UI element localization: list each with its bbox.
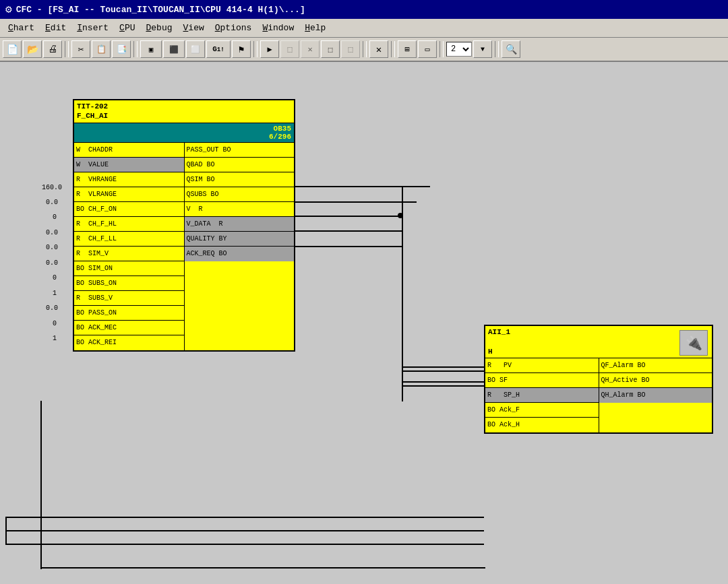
tb-b10[interactable]: ⬚ — [341, 40, 360, 58]
main-input-ack-rei: BO ACK_REI — [74, 335, 184, 350]
wire-label-sim-v: 0.0 — [46, 259, 58, 267]
wire-label-pass-on: 0 — [53, 320, 57, 327]
menu-chart[interactable]: Chart — [3, 21, 40, 35]
wire-label-ch-f-hl: 0.0 — [46, 229, 58, 236]
aii-input-ack-h: BO Ack_H — [485, 418, 599, 432]
aii-input-sp-h: R SP_H — [485, 388, 599, 403]
tb-grid[interactable]: ⊞ — [398, 40, 417, 58]
main-input-ch-f-ll: R CH_F_LL — [74, 232, 184, 247]
main-input-subs-v: R SUBS_V — [74, 291, 184, 306]
toolbar: 📄 📂 🖨 ✂ 📋 📑 ▣ ⬛ ⬜ G1! ⚑ ▶ ⬚ ✕ ⬚ ⬚ ✕ ⊞ ▭ … — [0, 38, 728, 62]
main-input-vlrange: R VLRANGE — [74, 187, 184, 202]
title-bar: ⚙ CFC - [FS_AI -- Toucan_II\TOUCAN_II\CP… — [0, 0, 728, 19]
menu-insert[interactable]: Insert — [71, 21, 114, 35]
tb-new[interactable]: 📄 — [3, 40, 22, 58]
main-input-ack-mec: BO ACK_MEC — [74, 321, 184, 335]
toolbar-sep-1 — [65, 41, 69, 57]
tb-cut[interactable]: ✂ — [71, 40, 90, 58]
toolbar-sep-4 — [363, 41, 367, 57]
menu-window[interactable]: Window — [257, 21, 299, 35]
tb-b6[interactable]: ▶ — [260, 40, 279, 58]
main-fb-body: W CHADDR W VALUE R VHRANGE R VLRANGE BO … — [74, 143, 294, 350]
aii-fb-body: R PV BO SF R SP_H BO Ack_F BO Ack_H — [485, 358, 712, 432]
wire-horiz-to-aii-pv — [402, 370, 485, 372]
zoom-select[interactable]: 1 2 3 4 — [446, 42, 472, 57]
main-input-chaddr: W CHADDR — [74, 143, 184, 158]
menu-edit[interactable]: Edit — [40, 21, 71, 35]
tb-b3[interactable]: ⬜ — [186, 40, 205, 58]
wire-lower-2 — [40, 567, 485, 569]
window-title: CFC - [FS_AI -- Toucan_II\TOUCAN_II\CPU … — [16, 5, 305, 15]
main-output-qbad: QBAD BO — [185, 158, 295, 172]
wire-bottom-3 — [5, 544, 484, 545]
toolbar-sep-6 — [439, 41, 444, 57]
main-input-ch-f-on: BO CH_F_ON — [74, 202, 184, 217]
main-input-subs-on: BO SUBS_ON — [74, 276, 184, 291]
tb-print[interactable]: 🖨 — [43, 40, 62, 58]
aii-input-ack-f: BO Ack_F — [485, 403, 599, 418]
aii-output-qh-alarm: QH_Alarm BO — [599, 388, 712, 403]
main-fb-outputs: PASS_OUT BO QBAD BO QSIM BO QSUBS BO V R… — [185, 143, 295, 350]
menu-view[interactable]: View — [178, 21, 210, 35]
app-icon: ⚙ — [5, 3, 12, 16]
wire-pass-out-h — [295, 186, 430, 187]
tb-b8[interactable]: ✕ — [301, 40, 320, 58]
main-output-v: V R — [185, 202, 295, 217]
wire-horiz-to-aii-sf — [402, 385, 485, 387]
tb-copy[interactable]: 📋 — [92, 40, 111, 58]
aii-fb-outputs: QF_Alarm BO QH_Active BO QH_Alarm BO — [599, 358, 712, 432]
tb-b1[interactable]: ▣ — [140, 40, 162, 58]
wire-qsubs-h — [295, 230, 403, 232]
menu-options[interactable]: Options — [210, 21, 257, 35]
menu-help[interactable]: Help — [299, 21, 331, 35]
tb-split[interactable]: ▭ — [418, 40, 437, 58]
aii-fb-inputs: R PV BO SF R SP_H BO Ack_F BO Ack_H — [485, 358, 599, 432]
tb-zoom-icon[interactable]: 🔍 — [502, 40, 520, 58]
tb-b4[interactable]: G1! — [206, 40, 231, 58]
tb-b5[interactable]: ⚑ — [232, 40, 251, 58]
tb-b7[interactable]: ⬚ — [280, 40, 299, 58]
tb-b11[interactable]: ✕ — [369, 40, 388, 58]
main-input-vhrange: R VHRANGE — [74, 172, 184, 187]
wire-label-ack-mec: 1 — [53, 335, 57, 342]
wire-label-sim-on: 0 — [53, 274, 57, 282]
main-input-sim-v: R SIM_V — [74, 247, 184, 261]
main-fb-inputs: W CHADDR W VALUE R VHRANGE R VLRANGE BO … — [74, 143, 185, 350]
wire-label-vlrange: 0.0 — [46, 199, 58, 206]
wire-label-ch-f-on: 0 — [53, 214, 57, 221]
main-fb-title: TIT-202F_CH_AI — [74, 100, 294, 123]
main-input-ch-f-hl: R CH_F_HL — [74, 217, 184, 232]
main-output-quality: QUALITY BY — [185, 232, 295, 247]
tb-dropdown[interactable]: ▼ — [473, 40, 492, 58]
wire-main-to-aii-h1 — [295, 186, 297, 187]
tb-paste[interactable]: 📑 — [112, 40, 131, 58]
main-output-v-data: V_DATA R — [185, 217, 295, 232]
toolbar-sep-3 — [253, 41, 257, 57]
wire-qsim-h — [295, 216, 403, 217]
aii-fb-title: AII_1 H — [485, 326, 712, 358]
wire-qbad-h — [295, 201, 417, 203]
main-output-ack-req: ACK_REQ BO — [185, 247, 295, 261]
main-input-value: W VALUE — [74, 158, 184, 172]
menu-debug[interactable]: Debug — [141, 21, 178, 35]
toolbar-sep-5 — [391, 41, 395, 57]
menu-bar: Chart Edit Insert CPU Debug View Options… — [0, 19, 728, 38]
menu-cpu[interactable]: CPU — [114, 21, 140, 35]
aii-input-sf: BO SF — [485, 373, 599, 388]
main-input-sim-on: BO SIM_ON — [74, 261, 184, 276]
main-output-qsim: QSIM BO — [185, 172, 295, 187]
canvas-area: TIT-202F_CH_AI OB356/296 W CHADDR W VALU… — [0, 62, 728, 584]
tb-open[interactable]: 📂 — [23, 40, 42, 58]
wire-bottom-2 — [5, 530, 484, 531]
tb-b2[interactable]: ⬛ — [163, 40, 185, 58]
tb-b9[interactable]: ⬚ — [321, 40, 340, 58]
wire-label-ch-f-ll: 0.0 — [46, 244, 58, 251]
toolbar-sep-2 — [133, 41, 138, 57]
wire-label-subs-on: 1 — [53, 290, 57, 297]
aii-fb-block: AII_1 H 🔌 R PV BO SF R SP_H BO A — [484, 325, 713, 434]
wire-label-subs-v: 0.0 — [46, 304, 58, 312]
main-fb-block: TIT-202F_CH_AI OB356/296 W CHADDR W VALU… — [73, 99, 295, 352]
main-input-pass-on: BO PASS_ON — [74, 306, 184, 321]
wire-left-vert-1 — [5, 517, 7, 545]
aii-icon: 🔌 — [679, 330, 708, 356]
